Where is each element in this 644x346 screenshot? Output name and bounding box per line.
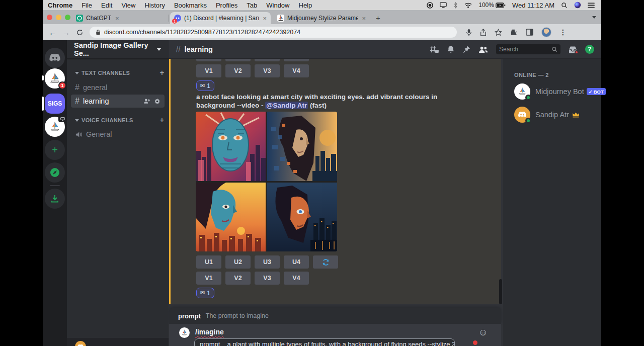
back-button[interactable]: ← bbox=[49, 28, 56, 37]
midjourney-image-grid[interactable] bbox=[196, 112, 337, 251]
menu-window[interactable]: Window bbox=[266, 2, 289, 9]
profile-avatar[interactable] bbox=[541, 27, 551, 37]
menu-tab[interactable]: Tab bbox=[247, 2, 257, 9]
u2-button[interactable]: U2 bbox=[225, 255, 251, 269]
search-input[interactable]: Search bbox=[496, 44, 560, 54]
inbox-icon[interactable] bbox=[569, 46, 577, 53]
menu-view[interactable]: View bbox=[121, 2, 135, 9]
extensions-puzzle-icon[interactable] bbox=[510, 29, 518, 36]
pinned-messages-icon[interactable] bbox=[463, 45, 470, 53]
v2-button[interactable]: V2 bbox=[225, 64, 251, 77]
tab-discord-active[interactable]: 1 (1) Discord | #learning | Sandi × bbox=[170, 12, 271, 24]
prompt-value[interactable]: a plant with multiple types of fruits, w… bbox=[227, 340, 455, 346]
create-channel-button[interactable]: + bbox=[159, 116, 165, 125]
u4-button[interactable]: U4 bbox=[284, 255, 309, 269]
wifi-icon[interactable] bbox=[464, 3, 472, 8]
member-row-midjourney-bot[interactable]: Midjourney Bot ✓BOT bbox=[510, 82, 597, 101]
ssl-lock-icon[interactable] bbox=[96, 29, 101, 35]
invite-people-icon[interactable] bbox=[143, 98, 150, 104]
v2-button[interactable]: V2 bbox=[225, 272, 251, 285]
display-icon[interactable] bbox=[440, 2, 447, 8]
menu-bookmarks[interactable]: Bookmarks bbox=[174, 2, 207, 9]
v4-button[interactable]: V4 bbox=[284, 272, 309, 285]
slash-command-hint[interactable]: prompt The prompt to imagine bbox=[169, 308, 501, 324]
side-panel-icon[interactable] bbox=[526, 29, 533, 36]
url-text[interactable]: discord.com/channels/1128282250098778123… bbox=[104, 29, 300, 36]
tab-chatgpt[interactable]: ChatGPT × bbox=[72, 12, 167, 24]
voice-search-icon[interactable] bbox=[466, 29, 472, 36]
menubar-clock[interactable]: Wed 11:12 AM bbox=[512, 2, 554, 9]
tab-midjourney[interactable]: Midjourney Stylize Parameter × bbox=[273, 12, 370, 24]
menu-history[interactable]: History bbox=[144, 2, 165, 9]
menu-help[interactable]: Help bbox=[299, 2, 312, 9]
prompt-option-field[interactable]: prompt a plant with multiple types of fr… bbox=[194, 338, 455, 346]
emoji-picker-icon[interactable]: ☺ bbox=[478, 327, 488, 338]
channel-learning-active[interactable]: # learning bbox=[71, 95, 165, 108]
tab-close-icon[interactable]: × bbox=[115, 15, 119, 22]
address-bar[interactable]: discord.com/channels/1128282250098778123… bbox=[90, 27, 457, 38]
server-header[interactable]: Sandip Image Gallery Se... bbox=[67, 40, 169, 59]
help-button[interactable]: ? bbox=[585, 45, 594, 54]
spotlight-search-icon[interactable] bbox=[561, 2, 568, 9]
user-mention[interactable]: @Sandip Atr bbox=[265, 102, 308, 109]
message-composer[interactable]: /imagine ☺ prompt a plant with multiple … bbox=[169, 324, 501, 346]
create-channel-button[interactable]: + bbox=[159, 68, 165, 77]
voice-channels-section[interactable]: VOICE CHANNELS + bbox=[67, 116, 169, 125]
channel-general[interactable]: # general bbox=[71, 81, 165, 94]
u3-button[interactable]: U3 bbox=[255, 255, 280, 269]
server-sigs-selected[interactable]: SIGS bbox=[45, 94, 65, 114]
home-button[interactable] bbox=[45, 48, 65, 68]
control-center-icon[interactable] bbox=[588, 3, 595, 8]
envelope-reaction[interactable]: ✉ 1 bbox=[196, 288, 214, 298]
text-channels-section[interactable]: TEXT CHANNELS + bbox=[67, 68, 169, 77]
reroll-button[interactable] bbox=[313, 255, 338, 269]
generated-image-4[interactable] bbox=[267, 183, 337, 251]
tab-search-chevron-icon[interactable] bbox=[592, 16, 596, 19]
add-server-button[interactable]: + bbox=[45, 140, 65, 160]
share-icon[interactable] bbox=[480, 29, 487, 36]
browser-menu-icon[interactable]: ⋮ bbox=[559, 28, 567, 36]
member-row-sandip[interactable]: Sandip Atr bbox=[510, 105, 597, 124]
v4-button[interactable]: V4 bbox=[284, 64, 309, 77]
siri-icon[interactable] bbox=[574, 2, 581, 9]
menu-edit[interactable]: Edit bbox=[101, 2, 112, 9]
record-status-icon[interactable] bbox=[427, 2, 433, 9]
menu-app-name[interactable]: Chrome bbox=[48, 2, 72, 9]
member-list-icon[interactable] bbox=[478, 46, 488, 53]
voice-channel-general[interactable]: General bbox=[71, 128, 165, 141]
v3-button[interactable]: V3 bbox=[255, 272, 280, 285]
server-midjourney-2[interactable] bbox=[45, 117, 65, 137]
generated-image-1[interactable] bbox=[196, 112, 266, 181]
reload-button[interactable] bbox=[76, 29, 84, 36]
scrollbar-thumb[interactable] bbox=[499, 279, 502, 304]
new-tab-button[interactable]: + bbox=[376, 14, 380, 22]
collapse-chevron-icon bbox=[75, 72, 79, 74]
server-midjourney-1[interactable]: 1 bbox=[45, 68, 65, 89]
v1-button[interactable]: V1 bbox=[196, 64, 221, 77]
u1-button[interactable]: U1 bbox=[196, 255, 221, 269]
tab-close-icon[interactable]: × bbox=[362, 15, 366, 22]
slash-command-text[interactable]: /imagine bbox=[195, 328, 224, 336]
channel-settings-gear-icon[interactable] bbox=[154, 98, 160, 105]
bluetooth-icon[interactable] bbox=[453, 2, 458, 9]
menu-profiles[interactable]: Profiles bbox=[216, 2, 237, 9]
explore-servers-button[interactable] bbox=[45, 162, 65, 183]
v1-button[interactable]: V1 bbox=[196, 272, 221, 285]
threads-icon[interactable] bbox=[430, 45, 439, 53]
notifications-bell-icon[interactable] bbox=[447, 45, 455, 54]
download-apps-button[interactable] bbox=[45, 189, 65, 209]
battery-indicator[interactable]: 100% bbox=[478, 2, 506, 9]
forward-button[interactable]: → bbox=[62, 28, 70, 37]
generated-image-3[interactable] bbox=[196, 183, 266, 251]
generated-image-2[interactable] bbox=[267, 112, 337, 181]
user-avatar[interactable] bbox=[75, 341, 86, 346]
envelope-reaction[interactable]: ✉ 1 bbox=[196, 80, 214, 91]
minimize-window-button[interactable] bbox=[56, 15, 61, 20]
close-window-button[interactable] bbox=[47, 15, 52, 20]
v3-button[interactable]: V3 bbox=[255, 64, 280, 77]
zoom-window-button[interactable] bbox=[65, 15, 70, 20]
menu-file[interactable]: File bbox=[82, 2, 92, 9]
tab-close-icon[interactable]: × bbox=[263, 15, 267, 22]
bookmark-star-icon[interactable] bbox=[495, 29, 502, 36]
chat-scrollbar[interactable] bbox=[499, 59, 502, 346]
